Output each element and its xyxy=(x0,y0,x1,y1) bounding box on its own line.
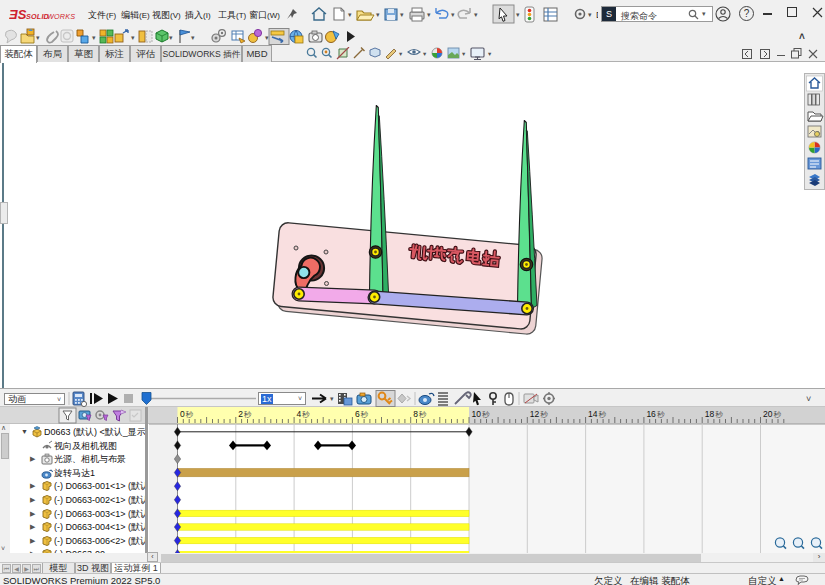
svg-text:8: 8 xyxy=(413,409,418,419)
svg-text:秒: 秒 xyxy=(186,410,194,419)
svg-text:▾: ▾ xyxy=(191,34,195,41)
svg-text:D...: D... xyxy=(596,10,598,20)
svg-text:秒: 秒 xyxy=(360,410,368,419)
svg-text:▾: ▾ xyxy=(169,34,173,41)
svg-text:▾: ▾ xyxy=(451,11,455,18)
svg-text:秒: 秒 xyxy=(774,410,782,419)
svg-text:▾: ▾ xyxy=(399,50,403,57)
svg-text:18: 18 xyxy=(705,409,715,419)
svg-text:▾: ▾ xyxy=(588,11,592,18)
svg-text:▾: ▾ xyxy=(516,11,520,18)
svg-text:10: 10 xyxy=(472,409,482,419)
svg-text:6: 6 xyxy=(355,409,360,419)
svg-text:▾: ▾ xyxy=(265,34,269,41)
svg-text:0: 0 xyxy=(180,409,185,419)
svg-text:12: 12 xyxy=(530,409,540,419)
svg-text:▾: ▾ xyxy=(400,11,404,18)
svg-text:秒: 秒 xyxy=(715,410,723,419)
svg-text:14: 14 xyxy=(588,409,598,419)
svg-text:4: 4 xyxy=(297,409,302,419)
svg-text:秒: 秒 xyxy=(419,410,427,419)
svg-text:▾: ▾ xyxy=(488,50,492,57)
svg-text:ƎS: ƎS xyxy=(9,7,27,22)
svg-text:16: 16 xyxy=(646,409,656,419)
svg-text:秒: 秒 xyxy=(302,410,310,419)
svg-text:▾: ▾ xyxy=(474,11,478,18)
svg-text:秒: 秒 xyxy=(244,410,252,419)
svg-text:▾: ▾ xyxy=(330,395,334,402)
svg-text:▾: ▾ xyxy=(131,34,135,41)
svg-text:秒: 秒 xyxy=(657,410,665,419)
svg-text:▾: ▾ xyxy=(36,34,40,41)
svg-text:▾: ▾ xyxy=(462,50,466,57)
svg-text:▾: ▾ xyxy=(423,50,427,57)
svg-text:秒: 秒 xyxy=(540,410,548,419)
svg-text:SOLID: SOLID xyxy=(26,12,49,21)
svg-text:▾: ▾ xyxy=(376,11,380,18)
svg-text:秒: 秒 xyxy=(482,410,490,419)
svg-text:20: 20 xyxy=(763,409,773,419)
svg-text:▾: ▾ xyxy=(427,11,431,18)
svg-text:秒: 秒 xyxy=(599,410,607,419)
svg-text:2: 2 xyxy=(238,409,243,419)
svg-text:˅: ˅ xyxy=(806,394,811,404)
svg-text:WORKS: WORKS xyxy=(47,12,75,21)
svg-text:▾: ▾ xyxy=(348,11,352,18)
svg-text:▾: ▾ xyxy=(92,34,96,41)
